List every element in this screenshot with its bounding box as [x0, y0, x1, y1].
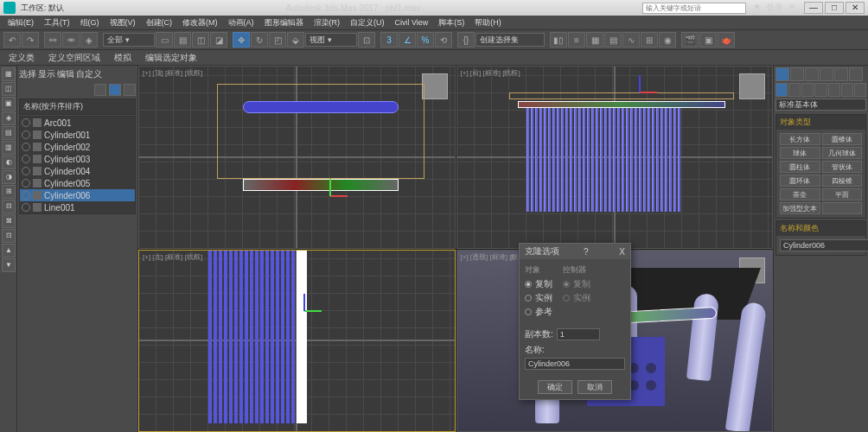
primitive-button[interactable]: 圆锥体	[822, 133, 863, 145]
radio-ctrl-inst[interactable]: 实例	[563, 292, 590, 304]
pivot-button[interactable]: ⊡	[358, 32, 375, 48]
name-input[interactable]	[525, 358, 625, 370]
manage-sets-button[interactable]: {}	[457, 32, 475, 48]
select-name-button[interactable]: ▤	[174, 32, 191, 48]
mirror-button[interactable]: ▮▯	[550, 32, 567, 48]
primitive-button[interactable]: 加强型文本	[780, 202, 820, 214]
radio-instance[interactable]: 实例	[525, 292, 552, 304]
se-menu[interactable]: 显示	[38, 68, 55, 80]
menu-item[interactable]: 自定义(U)	[346, 16, 389, 29]
primitive-button[interactable]: 圆环体	[780, 175, 820, 187]
se-filter-icon[interactable]	[109, 84, 121, 96]
radio-reference[interactable]: 参考	[525, 306, 552, 318]
menu-item[interactable]: 创建(C)	[142, 16, 177, 29]
primitive-button[interactable]: 球体	[780, 147, 820, 159]
tool-icon[interactable]: ⊠	[2, 214, 16, 228]
tool-icon[interactable]: ◫	[2, 82, 16, 96]
align-button[interactable]: ≡	[568, 32, 585, 48]
exchange-icon[interactable]: ✕	[788, 2, 795, 14]
shapes-cat-icon[interactable]	[788, 83, 801, 97]
scene-item[interactable]: Cylinder002	[20, 141, 135, 153]
visibility-icon[interactable]	[22, 143, 30, 151]
se-sort-header[interactable]: 名称(按升序排序)	[19, 98, 136, 115]
viewport-label[interactable]: [+] [顶] [标准] [线框]	[143, 68, 202, 78]
modify-tab-icon[interactable]	[790, 67, 804, 81]
menu-item[interactable]: 编辑(E)	[3, 16, 38, 29]
tool-icon[interactable]: ◐	[2, 156, 16, 169]
selection-filter-dropdown[interactable]: 全部 ▾	[103, 33, 155, 47]
geometry-cat-icon[interactable]	[775, 83, 788, 97]
scene-item[interactable]: Cylinder004	[20, 165, 135, 177]
radio-copy[interactable]: 复制	[525, 278, 552, 290]
visibility-icon[interactable]	[22, 179, 30, 187]
bind-button[interactable]: ◈	[80, 32, 98, 48]
copies-spinner[interactable]	[557, 328, 600, 340]
viewport-front[interactable]: [+] [前] [标准] [线框]	[456, 66, 774, 249]
workspace-label[interactable]: 工作区: 默认	[21, 3, 64, 14]
layers-button[interactable]: ▦	[586, 32, 603, 48]
display-tab-icon[interactable]	[834, 67, 848, 81]
render-button[interactable]: 🫖	[718, 32, 735, 48]
menu-item[interactable]: 动画(A)	[224, 16, 258, 29]
visibility-icon[interactable]	[22, 155, 30, 163]
visibility-icon[interactable]	[22, 130, 30, 139]
primitive-button[interactable]: 管状体	[822, 161, 863, 173]
link-button[interactable]: ⚯	[44, 32, 61, 48]
tool-icon[interactable]: ⊡	[2, 229, 16, 243]
cameras-cat-icon[interactable]	[814, 83, 827, 97]
helpers-cat-icon[interactable]	[828, 83, 840, 97]
maximize-button[interactable]: □	[825, 2, 844, 14]
move-gizmo-icon[interactable]	[622, 75, 656, 110]
tool-icon[interactable]: ▼	[2, 258, 16, 272]
close-button[interactable]: ✕	[846, 2, 865, 14]
create-tab-icon[interactable]	[775, 67, 789, 81]
snap-button[interactable]: 3	[380, 32, 398, 48]
se-search-icon[interactable]	[94, 84, 106, 96]
viewcube-icon[interactable]	[422, 73, 448, 99]
help-search-input[interactable]	[642, 3, 746, 14]
ribbon-tab[interactable]: 编辑选定对象	[140, 51, 202, 65]
se-menu[interactable]: 编辑	[57, 68, 74, 80]
minimize-button[interactable]: —	[804, 2, 823, 14]
menu-item[interactable]: 脚本(S)	[434, 16, 469, 29]
primitive-button[interactable]: 长方体	[780, 133, 820, 145]
subcategory-dropdown[interactable]: 标准基本体	[775, 98, 866, 111]
tool-icon[interactable]: ▦	[2, 67, 16, 81]
refcoord-dropdown[interactable]: 视图 ▾	[305, 33, 357, 47]
viewport-label[interactable]: [+] [左] [标准] [线框]	[143, 252, 202, 262]
se-menu[interactable]: 自定义	[76, 68, 102, 80]
move-gizmo-icon[interactable]	[286, 294, 321, 328]
select-region-button[interactable]: ◫	[192, 32, 209, 48]
primitive-button[interactable]: 平面	[822, 188, 863, 200]
render-setup-button[interactable]: 🎬	[681, 32, 699, 48]
select-button[interactable]: ▭	[156, 32, 173, 48]
named-set-dropdown[interactable]: 创建选择集	[475, 33, 545, 47]
toggle-ribbon-button[interactable]: ▤	[604, 32, 622, 48]
scene-item[interactable]: Cylinder003	[20, 153, 135, 165]
menu-item[interactable]: 工具(T)	[40, 16, 74, 29]
infocenter-icon[interactable]: ★	[753, 2, 761, 14]
visibility-icon[interactable]	[22, 118, 30, 127]
lights-cat-icon[interactable]	[801, 83, 814, 97]
ok-button[interactable]: 确定	[538, 380, 572, 394]
scene-item[interactable]: Arc001	[20, 117, 135, 129]
scene-item[interactable]: Cylinder001	[20, 129, 135, 141]
dialog-close-button[interactable]: X	[619, 247, 625, 257]
visibility-icon[interactable]	[22, 191, 30, 200]
ribbon-tab[interactable]: 模拟	[109, 51, 137, 65]
utilities-tab-icon[interactable]	[849, 67, 863, 81]
login-button[interactable]: 登录	[766, 2, 783, 14]
scene-item[interactable]: Line001	[20, 201, 135, 213]
viewport-left[interactable]: [+] [左] [标准] [线框]	[138, 250, 456, 433]
angle-snap-button[interactable]: ∠	[399, 32, 416, 48]
tool-icon[interactable]: ⊞	[2, 185, 16, 199]
move-gizmo-icon[interactable]	[312, 179, 347, 213]
menu-item[interactable]: 组(G)	[76, 16, 104, 29]
menu-item[interactable]: 视图(V)	[105, 16, 140, 29]
menu-item[interactable]: Civil View	[391, 17, 433, 28]
radio-ctrl-copy[interactable]: 复制	[563, 278, 590, 290]
dialog-help-button[interactable]: ?	[584, 247, 589, 257]
viewport-top[interactable]: [+] [顶] [标准] [线框]	[138, 66, 456, 249]
primitive-button[interactable]: 几何球体	[822, 147, 863, 159]
scene-item[interactable]: Cylinder006	[20, 189, 135, 201]
